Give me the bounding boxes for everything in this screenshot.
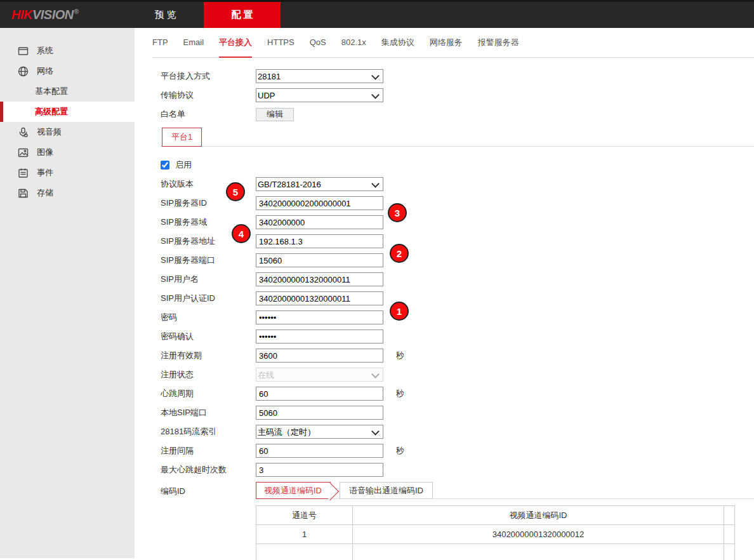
heartbeat-period-label: 心跳周期	[161, 388, 256, 399]
sidebar-item-label: 事件	[37, 167, 53, 178]
annotation-badge-3: 3	[388, 203, 407, 222]
sip-username-input[interactable]	[256, 272, 383, 286]
tab-network-service[interactable]: 网络服务	[430, 28, 463, 58]
sidebar-item-audio-video[interactable]: 视音频	[0, 122, 135, 142]
register-interval-label: 注册间隔	[161, 445, 256, 457]
register-status-select-wrap: 在线	[256, 368, 383, 382]
logo-text-vision: VISION	[32, 8, 74, 22]
sidebar-item-label: 网络	[37, 65, 53, 77]
stream-index-label: 28181码流索引	[161, 426, 256, 437]
register-interval-unit: 秒	[396, 445, 404, 457]
sidebar-item-network[interactable]: 网络	[0, 61, 135, 81]
settings-tab-bar: FTP Email 平台接入 HTTPS QoS 802.1x 集成协议 网络服…	[152, 28, 754, 58]
sip-server-port-label: SIP服务器端口	[161, 255, 256, 266]
enable-checkbox[interactable]	[161, 161, 169, 170]
access-type-select[interactable]: 28181	[256, 69, 383, 83]
network-icon	[18, 66, 29, 77]
max-heartbeat-timeout-input[interactable]	[256, 463, 383, 477]
main-layout: 系统 网络 基本配置 高级配置 视音频 图像 事件 存储	[0, 28, 754, 558]
tab-email[interactable]: Email	[183, 28, 204, 58]
annotation-badge-2: 2	[390, 244, 409, 263]
protocol-version-select[interactable]: GB/T28181-2016	[256, 177, 383, 191]
access-type-select-wrap: 28181	[256, 69, 383, 83]
transport-select-wrap: UDP	[256, 88, 383, 102]
tab-8021x[interactable]: 802.1x	[341, 28, 366, 58]
channel-table: 通道号 视频通道编码ID 1 34020000001320000012	[256, 505, 735, 560]
sip-server-port-input[interactable]	[256, 253, 383, 267]
system-icon	[18, 46, 29, 57]
channel-number-cell: 1	[256, 525, 353, 544]
sip-server-id-label: SIP服务器ID	[161, 197, 256, 209]
encode-id-row: 编码ID 视频通道编码ID 语音输出通道编码ID	[161, 482, 754, 499]
sidebar-item-label: 存储	[37, 187, 53, 199]
local-sip-port-input[interactable]	[256, 406, 383, 420]
channel-table-extra-header	[724, 506, 735, 525]
stream-index-select-wrap: 主码流（定时）	[256, 425, 383, 439]
platform-access-form: 平台接入方式 28181 传输协议 UDP 白名单 编辑 平台1 启用	[135, 58, 754, 560]
platform-1-tab[interactable]: 平台1	[162, 128, 202, 147]
sip-auth-id-label: SIP用户认证ID	[161, 293, 256, 304]
sip-server-domain-input[interactable]	[256, 215, 383, 229]
audio-output-channel-encode-id-tab[interactable]: 语音输出通道编码ID	[340, 482, 433, 499]
sidebar-item-label: 系统	[37, 45, 53, 57]
tab-integration-protocol[interactable]: 集成协议	[381, 28, 414, 58]
protocol-version-select-wrap: GB/T28181-2016	[256, 177, 383, 191]
heartbeat-period-unit: 秒	[396, 388, 404, 399]
tab-alarm-server[interactable]: 报警服务器	[478, 28, 519, 58]
sidebar-item-label: 图像	[37, 147, 53, 158]
access-type-label: 平台接入方式	[161, 70, 256, 82]
register-interval-input[interactable]	[256, 444, 383, 458]
sidebar-item-label: 视音频	[37, 126, 62, 138]
video-channel-id-header: 视频通道编码ID	[353, 506, 724, 525]
top-nav-preview[interactable]: 预 览	[127, 2, 204, 28]
table-row[interactable]	[256, 544, 735, 560]
password-input[interactable]	[256, 310, 383, 324]
enable-row: 启用	[161, 158, 754, 172]
tab-https[interactable]: HTTPS	[267, 28, 294, 58]
top-nav-config[interactable]: 配 置	[204, 2, 281, 28]
image-icon	[18, 147, 29, 158]
max-heartbeat-timeout-label: 最大心跳超时次数	[161, 464, 256, 476]
channel-table-extra-cell	[724, 544, 735, 560]
register-status-label: 注册状态	[161, 369, 256, 380]
sidebar-item-basic-config[interactable]: 基本配置	[0, 81, 135, 102]
whitelist-edit-button[interactable]: 编辑	[256, 108, 294, 121]
channel-table-extra-cell	[724, 525, 735, 544]
top-nav: 预 览 配 置	[127, 2, 281, 28]
sidebar-item-advanced-config[interactable]: 高级配置	[0, 102, 135, 122]
tab-ftp[interactable]: FTP	[152, 28, 168, 58]
sidebar: 系统 网络 基本配置 高级配置 视音频 图像 事件 存储	[0, 28, 135, 558]
enable-label: 启用	[175, 159, 192, 171]
channel-number-header: 通道号	[256, 506, 353, 525]
sidebar-item-label: 基本配置	[35, 86, 68, 97]
logo-text-hik: HIK	[11, 8, 32, 22]
hikvision-logo[interactable]: HIKVISION®	[11, 8, 79, 22]
sip-server-id-input[interactable]	[256, 196, 383, 210]
video-channel-encode-id-tab[interactable]: 视频通道编码ID	[256, 482, 331, 499]
sidebar-item-image[interactable]: 图像	[0, 142, 135, 163]
register-validity-label: 注册有效期	[161, 350, 256, 361]
annotation-badge-5: 5	[226, 182, 245, 201]
channel-number-cell	[256, 544, 353, 560]
tab-platform-access[interactable]: 平台接入	[219, 28, 252, 58]
table-row[interactable]: 1 34020000001320000012	[256, 525, 735, 544]
sip-server-address-input[interactable]	[256, 234, 383, 248]
sidebar-item-event[interactable]: 事件	[0, 163, 135, 183]
register-status-select: 在线	[256, 368, 383, 382]
sidebar-item-storage[interactable]: 存储	[0, 183, 135, 203]
sip-auth-id-input[interactable]	[256, 291, 383, 305]
tab-qos[interactable]: QoS	[310, 28, 326, 58]
annotation-badge-1: 1	[390, 302, 409, 321]
sidebar-item-system[interactable]: 系统	[0, 41, 135, 61]
heartbeat-period-input[interactable]	[256, 387, 383, 401]
event-icon	[18, 168, 29, 178]
password-confirm-label: 密码确认	[161, 331, 256, 342]
encode-id-tab-bar: 视频通道编码ID 语音输出通道编码ID	[256, 482, 754, 499]
stream-index-select[interactable]: 主码流（定时）	[256, 425, 383, 439]
register-validity-input[interactable]	[256, 349, 383, 363]
register-validity-unit: 秒	[396, 350, 404, 361]
transport-select[interactable]: UDP	[256, 88, 383, 102]
video-channel-id-cell	[353, 544, 724, 560]
storage-icon	[18, 188, 29, 199]
password-confirm-input[interactable]	[256, 330, 383, 343]
